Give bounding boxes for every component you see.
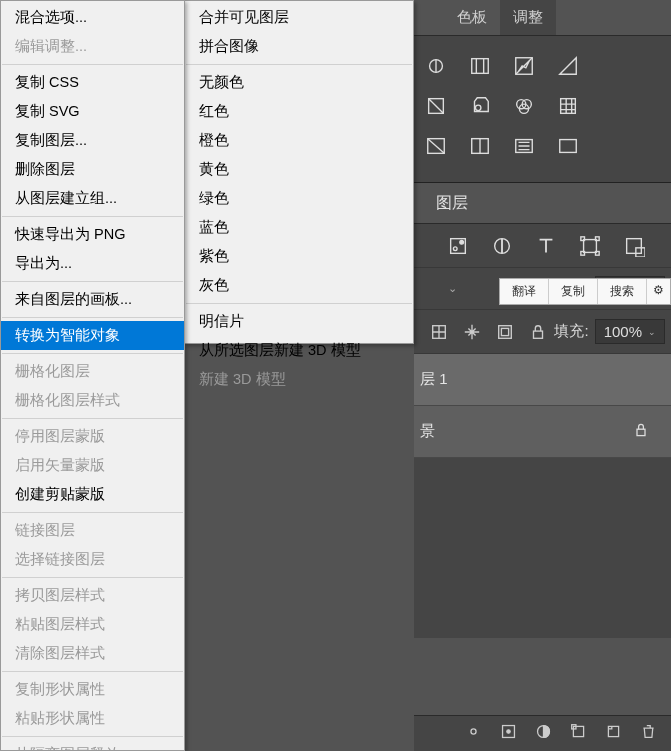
menu-link-layers: 链接图层 (1, 516, 184, 545)
menu-copy-svg[interactable]: 复制 SVG (1, 97, 184, 126)
menu-release-isolation: 从隔离图层释放 (1, 740, 184, 751)
layers-header: 图层 (414, 182, 671, 224)
menu-color-red[interactable]: 红色 (185, 97, 413, 126)
gradient-map-icon[interactable] (556, 134, 580, 158)
menu-quick-export-png[interactable]: 快速导出为 PNG (1, 220, 184, 249)
menu-convert-smart-object[interactable]: 转换为智能对象 (1, 321, 184, 350)
lock-all-icon[interactable] (529, 323, 547, 341)
fx-icon[interactable] (500, 723, 517, 744)
svg-rect-20 (596, 236, 600, 240)
menu-artboard-from-layers[interactable]: 来自图层的画板... (1, 285, 184, 314)
adj-icon[interactable] (424, 134, 448, 158)
svg-point-15 (453, 246, 457, 250)
layer-item[interactable]: 层 1 (414, 354, 671, 406)
svg-rect-29 (637, 429, 645, 435)
layers-bottom-bar (414, 715, 671, 751)
menu-enable-vector-mask: 启用矢量蒙版 (1, 451, 184, 480)
menu-postcard[interactable]: 明信片 (185, 307, 413, 336)
tab-adjust[interactable]: 调整 (500, 0, 556, 35)
svg-rect-28 (534, 331, 543, 338)
menu-flatten[interactable]: 拼合图像 (185, 32, 413, 61)
menu-create-clip-mask[interactable]: 创建剪贴蒙版 (1, 480, 184, 509)
layer-item[interactable]: 景 (414, 406, 671, 458)
menu-rasterize-style: 栅格化图层样式 (1, 386, 184, 415)
menu-color-none[interactable]: 无颜色 (185, 68, 413, 97)
map-icon[interactable] (512, 134, 536, 158)
svg-rect-35 (608, 726, 618, 736)
menu-color-orange[interactable]: 橙色 (185, 126, 413, 155)
fill-control[interactable]: 填充: 100%⌄ (554, 319, 665, 344)
filter-smart-icon[interactable] (622, 234, 646, 258)
lock-icon (633, 422, 649, 441)
new-layer-icon[interactable] (605, 723, 622, 744)
right-panel: 色板 调整 图层 ⌄ (414, 0, 671, 751)
lock-row: 填充: 100%⌄ (414, 310, 671, 354)
layer-context-menu: 混合选项... 编辑调整... 复制 CSS 复制 SVG 复制图层... 删除… (0, 0, 185, 751)
layers-title: 图层 (436, 193, 468, 214)
adj-icon[interactable] (424, 94, 448, 118)
menu-new-3d: 新建 3D 模型 (185, 365, 413, 394)
exposure-icon[interactable] (556, 54, 580, 78)
layer-filter-row (414, 224, 671, 268)
layers-empty-area (414, 458, 671, 638)
curves-icon[interactable] (512, 54, 536, 78)
filter-pixel-icon[interactable] (446, 234, 470, 258)
lock-artboard-icon[interactable] (496, 323, 514, 341)
adjust-icon-grid (414, 36, 671, 182)
svg-rect-23 (627, 238, 642, 253)
menu-clear-layer-style: 清除图层样式 (1, 639, 184, 668)
menu-copy-layer-style: 拷贝图层样式 (1, 581, 184, 610)
menu-color-yellow[interactable]: 黄色 (185, 155, 413, 184)
levels-icon[interactable] (468, 54, 492, 78)
menu-copy-shape-attr: 复制形状属性 (1, 675, 184, 704)
svg-point-16 (460, 240, 464, 244)
svg-rect-33 (573, 726, 583, 736)
filter-shape-icon[interactable] (578, 234, 602, 258)
svg-rect-8 (561, 99, 576, 114)
svg-point-31 (507, 730, 510, 733)
svg-rect-21 (581, 251, 585, 255)
menu-blend-options[interactable]: 混合选项... (1, 3, 184, 32)
color-lookup-icon[interactable] (556, 94, 580, 118)
menu-disable-mask: 停用图层蒙版 (1, 422, 184, 451)
svg-rect-22 (596, 251, 600, 255)
lock-pixels-icon[interactable] (430, 323, 448, 341)
menu-new-3d-from-layer[interactable]: 从所选图层新建 3D 模型 (185, 336, 413, 365)
filter-adjust-icon[interactable] (490, 234, 514, 258)
menu-export-as[interactable]: 导出为... (1, 249, 184, 278)
menu-color-green[interactable]: 绿色 (185, 184, 413, 213)
mini-gear-icon[interactable]: ⚙ (647, 279, 670, 304)
filter-type-icon[interactable] (534, 234, 558, 258)
menu-color-purple[interactable]: 紫色 (185, 242, 413, 271)
mask-icon[interactable] (535, 723, 552, 744)
lock-position-icon[interactable] (463, 323, 481, 341)
menu-paste-layer-style: 粘贴图层样式 (1, 610, 184, 639)
threshold-icon[interactable] (468, 134, 492, 158)
menu-rasterize-layer: 栅格化图层 (1, 357, 184, 386)
link-layers-icon[interactable] (465, 723, 482, 744)
mini-search[interactable]: 搜索 (598, 279, 647, 304)
tab-swatches[interactable]: 色板 (444, 0, 500, 35)
svg-rect-1 (472, 59, 489, 74)
svg-rect-11 (472, 139, 480, 154)
mini-toolbar: 翻译 复制 搜索 ⚙ (499, 278, 671, 305)
new-fill-icon[interactable] (570, 723, 587, 744)
menu-color-gray[interactable]: 灰色 (185, 271, 413, 300)
mini-copy[interactable]: 复制 (549, 279, 598, 304)
menu-copy-css[interactable]: 复制 CSS (1, 68, 184, 97)
menu-dup-layer[interactable]: 复制图层... (1, 126, 184, 155)
photo-filter-icon[interactable] (468, 94, 492, 118)
trash-icon[interactable] (640, 723, 657, 744)
menu-edit-adjust: 编辑调整... (1, 32, 184, 61)
menu-delete-layer[interactable]: 删除图层 (1, 155, 184, 184)
menu-merge-visible[interactable]: 合并可见图层 (185, 3, 413, 32)
svg-rect-19 (581, 236, 585, 240)
menu-group-from-layers[interactable]: 从图层建立组... (1, 184, 184, 213)
adj-icon[interactable] (424, 54, 448, 78)
svg-rect-26 (499, 325, 512, 338)
svg-rect-24 (636, 247, 645, 256)
mini-translate[interactable]: 翻译 (500, 279, 549, 304)
menu-color-blue[interactable]: 蓝色 (185, 213, 413, 242)
channel-mixer-icon[interactable] (512, 94, 536, 118)
svg-rect-18 (584, 239, 597, 252)
